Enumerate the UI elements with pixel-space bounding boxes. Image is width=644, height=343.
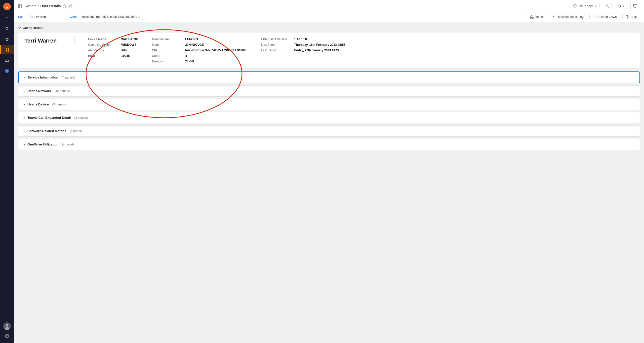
sidebar-item-alerts[interactable]	[3, 56, 12, 65]
svg-point-2	[6, 27, 8, 29]
home-button[interactable]: Home	[527, 14, 546, 20]
svg-line-26	[70, 6, 71, 7]
collapsible-section-0[interactable]: Service Information (4 panels)	[18, 71, 640, 83]
last-reboot-value: Friday, 27th January 2023 14:22	[294, 49, 340, 52]
chevron-right-icon	[23, 76, 26, 79]
client-name: Terri Warren	[24, 37, 75, 44]
collapsible-section-4[interactable]: Software Related Metrics (1 panel)	[18, 125, 640, 137]
content-area: Client Details Terri Warren Device Name …	[14, 22, 644, 343]
os-value: WINDOWS	[121, 43, 137, 47]
detail-row-build: Build 19045	[88, 54, 138, 58]
sidebar-item-monitor[interactable]	[3, 66, 12, 75]
app-logo[interactable]: 🔥	[3, 3, 11, 11]
chevron-down-icon-2	[622, 5, 625, 7]
user-filter-label: User	[18, 15, 24, 19]
epm-version-label: EPM Client Version	[261, 37, 291, 41]
collapsible-section-5[interactable]: OneDrive Utilization (4 panels)	[18, 139, 640, 150]
hardware-detail-group: Manufacturer LENOVO Model 20N4002VGE CPU…	[145, 37, 254, 63]
section-count: (1 panel)	[70, 129, 82, 133]
cpu-label: CPU	[152, 49, 182, 52]
section-count: (10 panels)	[55, 89, 70, 93]
memory-label: Memory	[152, 60, 182, 63]
sidebar-item-menu[interactable]: ≡	[3, 14, 12, 23]
breadcrumb-system: System	[25, 4, 36, 8]
time-range-selector[interactable]: Last 7 days	[571, 3, 600, 9]
grid-icon	[18, 4, 23, 8]
monitor-icon	[633, 4, 637, 8]
refresh-button[interactable]	[615, 3, 627, 9]
svg-line-3	[8, 29, 9, 30]
home-button-label: Home	[535, 15, 543, 19]
client-details-header[interactable]: Client Details	[18, 26, 640, 30]
realtime-button[interactable]: Realtime Monitoring	[549, 14, 587, 20]
topbar-right: Last 7 days	[571, 3, 640, 9]
last-seen-value: Thursday, 16th February 2023 08:56	[294, 43, 345, 47]
refresh-icon	[618, 4, 621, 8]
section-count: (9 panels)	[52, 103, 66, 106]
detail-row-cpu: CPU Intel(R) Core(TM) i7-8565U CPU @ 1.8…	[152, 49, 247, 52]
help-button-label: Help	[630, 15, 637, 19]
svg-text:🔥: 🔥	[5, 4, 10, 9]
section-count: (3 panels)	[74, 116, 88, 120]
zoom-out-icon	[606, 4, 609, 8]
svg-point-24	[71, 7, 72, 8]
collapsible-section-2[interactable]: User's Device (9 panels)	[18, 99, 640, 110]
breadcrumb-page: User Details	[41, 4, 61, 8]
model-label: Model	[152, 43, 182, 47]
cpu-value: Intel(R) Core(TM) i7-8565U CPU @ 1.80GHz	[185, 49, 247, 52]
detail-row-model: Model 20N4002VGE	[152, 43, 247, 47]
section-title: Software Related Metrics	[27, 129, 66, 133]
collapsible-section-1[interactable]: User's Network (10 panels)	[18, 85, 640, 97]
sidebar-item-dashboards[interactable]	[0, 45, 14, 54]
svg-text:?: ?	[6, 335, 8, 337]
user-avatar[interactable]	[3, 322, 11, 330]
chevron-right-icon	[23, 143, 25, 146]
breadcrumb-sep: /	[38, 4, 39, 8]
client-card-container: Terri Warren Device Name WATE-T590 Opera…	[18, 32, 640, 68]
svg-point-23	[69, 6, 70, 7]
detail-row-version: EPM Client Version 1.16.10.0	[261, 37, 345, 41]
detail-row-device-name: Device Name WATE-T590	[88, 37, 138, 41]
chevron-right-icon	[23, 103, 25, 106]
detail-row-memory: Memory 24 GB	[152, 60, 247, 63]
svg-rect-17	[18, 4, 20, 6]
chevron-right-icon	[23, 90, 25, 92]
sidebar-item-search[interactable]	[3, 24, 12, 33]
share-icon[interactable]	[68, 4, 72, 8]
related-views-button[interactable]: Related Views	[589, 14, 620, 20]
collapsible-section-3[interactable]: Teams Call Expanded Detail (3 panels)	[18, 112, 640, 123]
display-button[interactable]	[630, 3, 640, 9]
zoom-out-button[interactable]	[603, 3, 612, 9]
svg-point-22	[71, 4, 72, 5]
list-icon	[593, 15, 596, 18]
svg-rect-31	[633, 5, 637, 7]
build-label: Build	[88, 54, 118, 58]
model-value: 20N4002VGE	[185, 43, 204, 47]
star-icon[interactable]	[63, 4, 66, 8]
user-filter-input[interactable]	[27, 14, 67, 20]
svg-rect-6	[8, 48, 9, 50]
svg-rect-7	[6, 50, 7, 52]
time-range-label: Last 7 days	[578, 4, 593, 8]
client-filter-label: Client	[70, 15, 77, 19]
sidebar-item-help[interactable]: ?	[3, 331, 12, 340]
help-button[interactable]: ? Help	[622, 14, 640, 20]
sidebar-bottom: ?	[3, 322, 12, 340]
main-content: System / User Details Last 7 days	[14, 0, 644, 343]
detail-row-os: Operating System WINDOWS	[88, 43, 138, 47]
device-name-label: Device Name	[88, 37, 118, 41]
svg-line-30	[608, 7, 609, 8]
filterbar: User Client 9ccf13b7-10b9-f500-e395-b73e…	[14, 12, 644, 22]
svg-point-11	[6, 70, 8, 72]
svg-text:?: ?	[627, 16, 628, 18]
svg-line-25	[70, 5, 71, 6]
memory-value: 24 GB	[185, 60, 194, 63]
clock-icon	[573, 4, 577, 8]
lightning-icon	[552, 15, 555, 19]
manufacturer-label: Manufacturer	[152, 37, 182, 41]
client-filter-select[interactable]: 9ccf13b7-10b9-f500-e395-b73ed6698f39	[80, 14, 143, 20]
section-title: OneDrive Utilization	[27, 142, 59, 146]
detail-row-arch: Architecture X64	[88, 49, 138, 52]
sidebar-item-favorites[interactable]	[3, 35, 12, 44]
svg-rect-19	[18, 6, 20, 8]
